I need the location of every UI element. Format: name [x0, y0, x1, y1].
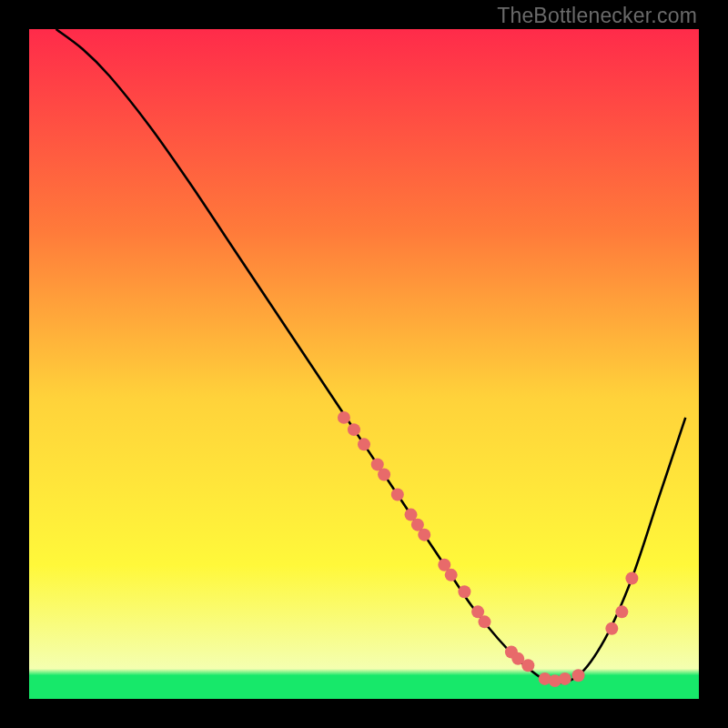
highlight-dot — [358, 438, 370, 450]
highlight-dots — [338, 411, 638, 687]
curve-layer — [29, 29, 699, 699]
bottleneck-curve — [56, 29, 685, 682]
highlight-dot — [445, 569, 458, 581]
highlight-dot — [391, 489, 404, 501]
watermark-text: TheBottlenecker.com — [497, 4, 697, 28]
highlight-dot — [458, 585, 470, 598]
highlight-dot — [625, 572, 638, 585]
highlight-dot — [418, 529, 430, 541]
highlight-dot — [615, 605, 628, 618]
highlight-dot — [572, 669, 585, 682]
chart-frame: TheBottlenecker.com — [0, 0, 728, 728]
highlight-dot — [521, 659, 534, 672]
highlight-dot — [605, 622, 618, 635]
highlight-dot — [378, 468, 390, 480]
highlight-dot — [559, 672, 571, 685]
highlight-dot — [348, 423, 360, 436]
highlight-dot — [478, 615, 490, 628]
highlight-dot — [338, 411, 350, 424]
plot-area — [29, 29, 699, 699]
